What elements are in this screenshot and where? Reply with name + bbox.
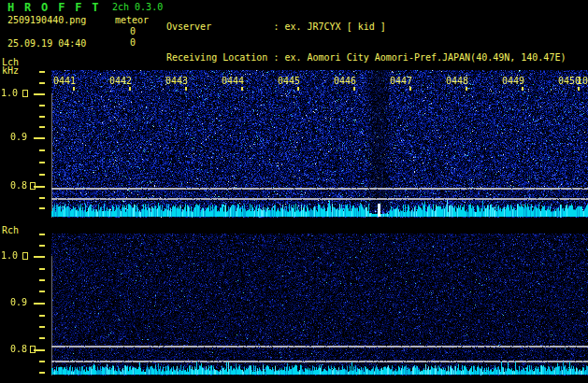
freq-minor-tick xyxy=(39,82,45,84)
version-label: 2ch 0.3.0 xyxy=(112,3,163,12)
freq-major-tick xyxy=(34,186,45,188)
lch-spectrogram xyxy=(51,70,588,218)
app-title: H R O F F T xyxy=(7,2,100,13)
rch-channel-label: Rch xyxy=(2,226,19,235)
freq-major-tick xyxy=(34,256,45,258)
freq-minor-tick xyxy=(39,268,45,270)
filename-label: 2509190440.png xyxy=(7,16,86,25)
freq-minor-tick xyxy=(39,337,45,339)
freq-minor-tick xyxy=(39,174,45,176)
freq-minor-tick xyxy=(39,372,45,374)
freq-scale-marker xyxy=(22,90,28,97)
freq-label: 1.0 xyxy=(1,89,18,98)
freq-major-tick xyxy=(34,93,45,95)
freq-scale-marker xyxy=(30,346,36,353)
rch-spectrogram xyxy=(51,234,588,376)
freq-minor-tick xyxy=(39,149,45,151)
freq-label: 0.9 xyxy=(10,298,27,307)
freq-minor-tick xyxy=(39,162,45,163)
freq-minor-tick xyxy=(39,315,45,317)
freq-label: 0.8 xyxy=(10,345,27,354)
observer-line: Ovserver : ex. JR7CYX [ kid ] xyxy=(166,21,588,33)
freq-minor-tick xyxy=(39,291,45,292)
freq-minor-tick xyxy=(39,116,45,118)
freq-minor-tick xyxy=(39,279,45,281)
freq-minor-tick xyxy=(39,126,45,128)
freq-label: 1.0 xyxy=(1,251,18,261)
freq-major-tick xyxy=(34,137,45,139)
meteor-count-top: 0 xyxy=(130,27,136,36)
freq-minor-tick xyxy=(39,234,45,235)
hrofft-window: H R O F F T 2ch 0.3.0 2509190440.png met… xyxy=(0,0,588,383)
freq-minor-tick xyxy=(39,71,45,73)
datetime-label: 25.09.19 04:40 xyxy=(7,39,86,49)
mode-label: meteor xyxy=(115,16,149,25)
meteor-count-bottom: 0 xyxy=(130,38,136,48)
freq-scale-marker xyxy=(22,252,28,260)
freq-minor-tick xyxy=(39,197,45,199)
freq-minor-tick xyxy=(39,105,45,106)
freq-minor-tick xyxy=(39,361,45,362)
location-line: Receiving Location : ex. Aomori City Aom… xyxy=(166,51,588,64)
freq-label: 0.8 xyxy=(10,181,27,191)
freq-minor-tick xyxy=(39,207,45,209)
freq-label: 0.9 xyxy=(10,133,27,142)
khz-unit-label: kHz xyxy=(2,66,19,76)
freq-scale-marker xyxy=(30,182,36,190)
freq-minor-tick xyxy=(39,326,45,328)
freq-major-tick xyxy=(34,349,45,351)
freq-major-tick xyxy=(34,303,45,305)
freq-minor-tick xyxy=(39,245,45,247)
